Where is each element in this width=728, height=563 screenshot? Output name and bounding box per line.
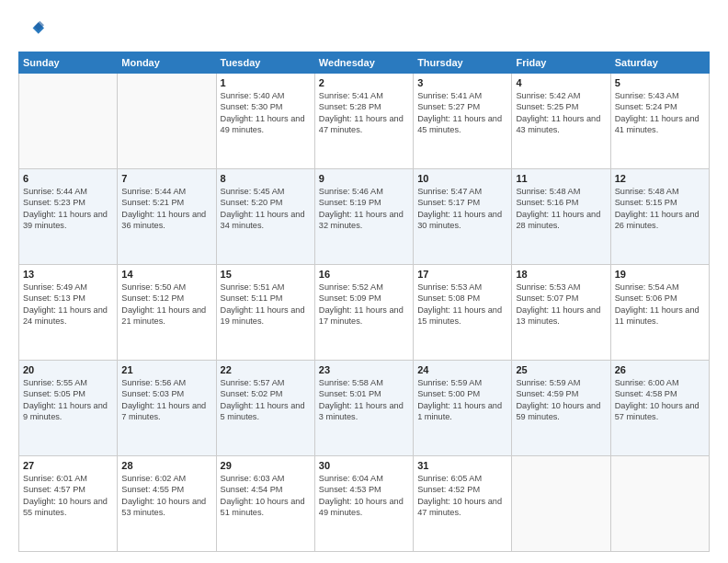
calendar-cell: 20Sunrise: 5:55 AM Sunset: 5:05 PM Dayli…	[19, 361, 118, 456]
calendar-cell: 22Sunrise: 5:57 AM Sunset: 5:02 PM Dayli…	[216, 361, 314, 456]
cell-info: Sunrise: 5:45 AM Sunset: 5:20 PM Dayligh…	[221, 186, 311, 232]
cell-date: 16	[319, 269, 409, 280]
cell-date: 4	[516, 77, 606, 88]
calendar-cell: 14Sunrise: 5:50 AM Sunset: 5:12 PM Dayli…	[118, 265, 216, 361]
cell-date: 6	[23, 173, 113, 184]
day-header-wednesday: Wednesday	[314, 52, 413, 74]
cell-info: Sunrise: 5:59 AM Sunset: 4:59 PM Dayligh…	[516, 377, 606, 423]
page: SundayMondayTuesdayWednesdayThursdayFrid…	[0, 0, 728, 563]
calendar-cell: 30Sunrise: 6:04 AM Sunset: 4:53 PM Dayli…	[314, 456, 413, 552]
cell-date: 15	[221, 269, 311, 280]
cell-info: Sunrise: 5:48 AM Sunset: 5:15 PM Dayligh…	[615, 186, 705, 232]
cell-info: Sunrise: 5:53 AM Sunset: 5:07 PM Dayligh…	[516, 282, 606, 327]
calendar-cell: 7Sunrise: 5:44 AM Sunset: 5:21 PM Daylig…	[118, 169, 216, 265]
cell-date: 10	[417, 173, 507, 184]
cell-info: Sunrise: 5:46 AM Sunset: 5:19 PM Dayligh…	[319, 186, 409, 232]
calendar-cell: 11Sunrise: 5:48 AM Sunset: 5:16 PM Dayli…	[512, 169, 610, 265]
cell-info: Sunrise: 5:44 AM Sunset: 5:21 PM Dayligh…	[121, 186, 211, 232]
cell-info: Sunrise: 5:55 AM Sunset: 5:05 PM Dayligh…	[23, 377, 113, 423]
cell-info: Sunrise: 5:44 AM Sunset: 5:23 PM Dayligh…	[23, 186, 113, 232]
calendar-cell	[19, 74, 118, 169]
cell-info: Sunrise: 5:40 AM Sunset: 5:30 PM Dayligh…	[221, 90, 311, 136]
calendar-cell: 28Sunrise: 6:02 AM Sunset: 4:55 PM Dayli…	[118, 456, 216, 552]
cell-date: 26	[615, 364, 705, 375]
week-row-4: 20Sunrise: 5:55 AM Sunset: 5:05 PM Dayli…	[19, 361, 710, 456]
cell-date: 19	[615, 269, 705, 280]
cell-date: 12	[615, 173, 705, 184]
cell-date: 3	[417, 77, 507, 88]
calendar-cell: 31Sunrise: 6:05 AM Sunset: 4:52 PM Dayli…	[414, 456, 512, 552]
cell-info: Sunrise: 5:47 AM Sunset: 5:17 PM Dayligh…	[417, 186, 507, 232]
cell-info: Sunrise: 5:41 AM Sunset: 5:28 PM Dayligh…	[319, 90, 409, 136]
cell-info: Sunrise: 5:52 AM Sunset: 5:09 PM Dayligh…	[319, 282, 409, 327]
cell-date: 21	[121, 364, 211, 375]
calendar-cell: 4Sunrise: 5:42 AM Sunset: 5:25 PM Daylig…	[512, 74, 610, 169]
cell-date: 23	[319, 364, 409, 375]
calendar-cell	[118, 74, 216, 169]
cell-info: Sunrise: 5:41 AM Sunset: 5:27 PM Dayligh…	[417, 90, 507, 136]
calendar-table: SundayMondayTuesdayWednesdayThursdayFrid…	[18, 52, 710, 552]
cell-info: Sunrise: 5:58 AM Sunset: 5:01 PM Dayligh…	[319, 377, 409, 423]
calendar-cell: 25Sunrise: 5:59 AM Sunset: 4:59 PM Dayli…	[512, 361, 610, 456]
logo-icon	[18, 17, 44, 42]
cell-info: Sunrise: 6:01 AM Sunset: 4:57 PM Dayligh…	[23, 473, 113, 519]
cell-info: Sunrise: 5:57 AM Sunset: 5:02 PM Dayligh…	[221, 377, 311, 423]
cell-info: Sunrise: 5:51 AM Sunset: 5:11 PM Dayligh…	[221, 282, 311, 327]
cell-info: Sunrise: 5:49 AM Sunset: 5:13 PM Dayligh…	[23, 282, 113, 327]
logo	[18, 17, 48, 42]
cell-date: 28	[121, 460, 211, 471]
day-header-thursday: Thursday	[414, 52, 512, 74]
cell-info: Sunrise: 5:56 AM Sunset: 5:03 PM Dayligh…	[121, 377, 211, 423]
calendar-cell: 6Sunrise: 5:44 AM Sunset: 5:23 PM Daylig…	[19, 169, 118, 265]
cell-date: 7	[121, 173, 211, 184]
cell-date: 17	[417, 269, 507, 280]
cell-date: 31	[417, 460, 507, 471]
calendar-cell	[512, 456, 610, 552]
week-row-1: 1Sunrise: 5:40 AM Sunset: 5:30 PM Daylig…	[19, 74, 710, 169]
calendar-cell: 12Sunrise: 5:48 AM Sunset: 5:15 PM Dayli…	[610, 169, 709, 265]
day-header-friday: Friday	[512, 52, 610, 74]
cell-date: 8	[221, 173, 311, 184]
cell-info: Sunrise: 6:02 AM Sunset: 4:55 PM Dayligh…	[121, 473, 211, 519]
header	[18, 17, 710, 42]
cell-info: Sunrise: 6:04 AM Sunset: 4:53 PM Dayligh…	[319, 473, 409, 519]
cell-date: 30	[319, 460, 409, 471]
cell-date: 13	[23, 269, 113, 280]
cell-date: 11	[516, 173, 606, 184]
calendar-cell: 18Sunrise: 5:53 AM Sunset: 5:07 PM Dayli…	[512, 265, 610, 361]
cell-info: Sunrise: 6:03 AM Sunset: 4:54 PM Dayligh…	[221, 473, 311, 519]
calendar-cell: 26Sunrise: 6:00 AM Sunset: 4:58 PM Dayli…	[610, 361, 709, 456]
cell-info: Sunrise: 5:54 AM Sunset: 5:06 PM Dayligh…	[615, 282, 705, 327]
cell-date: 9	[319, 173, 409, 184]
cell-date: 18	[516, 269, 606, 280]
cell-date: 24	[417, 364, 507, 375]
week-row-2: 6Sunrise: 5:44 AM Sunset: 5:23 PM Daylig…	[19, 169, 710, 265]
cell-info: Sunrise: 5:42 AM Sunset: 5:25 PM Dayligh…	[516, 90, 606, 136]
cell-info: Sunrise: 6:00 AM Sunset: 4:58 PM Dayligh…	[615, 377, 705, 423]
calendar-cell: 2Sunrise: 5:41 AM Sunset: 5:28 PM Daylig…	[314, 74, 413, 169]
calendar-cell: 17Sunrise: 5:53 AM Sunset: 5:08 PM Dayli…	[414, 265, 512, 361]
calendar-cell: 10Sunrise: 5:47 AM Sunset: 5:17 PM Dayli…	[414, 169, 512, 265]
cell-info: Sunrise: 5:48 AM Sunset: 5:16 PM Dayligh…	[516, 186, 606, 232]
calendar-cell: 3Sunrise: 5:41 AM Sunset: 5:27 PM Daylig…	[414, 74, 512, 169]
day-header-sunday: Sunday	[19, 52, 118, 74]
cell-date: 20	[23, 364, 113, 375]
day-header-saturday: Saturday	[610, 52, 709, 74]
calendar-cell: 1Sunrise: 5:40 AM Sunset: 5:30 PM Daylig…	[216, 74, 314, 169]
cell-info: Sunrise: 5:59 AM Sunset: 5:00 PM Dayligh…	[417, 377, 507, 423]
calendar-cell: 24Sunrise: 5:59 AM Sunset: 5:00 PM Dayli…	[414, 361, 512, 456]
calendar-cell: 5Sunrise: 5:43 AM Sunset: 5:24 PM Daylig…	[610, 74, 709, 169]
cell-date: 29	[221, 460, 311, 471]
cell-date: 27	[23, 460, 113, 471]
calendar-cell: 19Sunrise: 5:54 AM Sunset: 5:06 PM Dayli…	[610, 265, 709, 361]
calendar-cell: 27Sunrise: 6:01 AM Sunset: 4:57 PM Dayli…	[19, 456, 118, 552]
calendar-cell: 13Sunrise: 5:49 AM Sunset: 5:13 PM Dayli…	[19, 265, 118, 361]
cell-date: 25	[516, 364, 606, 375]
calendar-cell	[610, 456, 709, 552]
calendar-cell: 8Sunrise: 5:45 AM Sunset: 5:20 PM Daylig…	[216, 169, 314, 265]
cell-date: 5	[615, 77, 705, 88]
calendar-cell: 23Sunrise: 5:58 AM Sunset: 5:01 PM Dayli…	[314, 361, 413, 456]
cell-info: Sunrise: 5:53 AM Sunset: 5:08 PM Dayligh…	[417, 282, 507, 327]
calendar-cell: 21Sunrise: 5:56 AM Sunset: 5:03 PM Dayli…	[118, 361, 216, 456]
cell-date: 14	[121, 269, 211, 280]
